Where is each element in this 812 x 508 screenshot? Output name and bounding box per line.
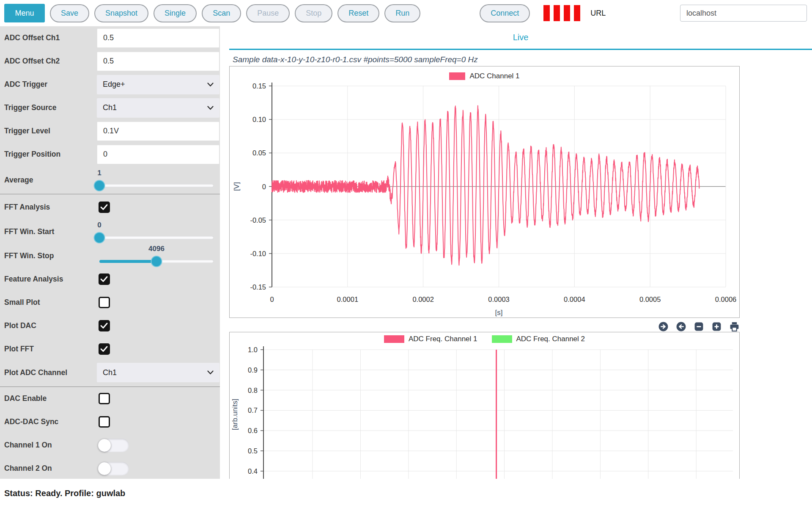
average-value: 1 bbox=[97, 169, 101, 177]
adc-trigger-select[interactable]: Edge+ bbox=[97, 75, 219, 94]
svg-text:0.6: 0.6 bbox=[248, 427, 258, 434]
adc-time-chart: ADC Channel 1 0.150.100.050-0.05-0.10-0.… bbox=[229, 66, 740, 318]
fft-analysis-label: FFT Analysis bbox=[4, 203, 50, 212]
adc-dac-sync-checkbox[interactable] bbox=[99, 416, 110, 428]
pause-button[interactable]: Pause bbox=[246, 4, 290, 22]
svg-text:1.0: 1.0 bbox=[248, 346, 258, 353]
plot-adc-channel-select[interactable]: Ch1 bbox=[97, 363, 219, 382]
fft-win-stop-slider[interactable]: 4096 bbox=[99, 245, 214, 267]
svg-text:0.9: 0.9 bbox=[248, 366, 258, 374]
menu-button[interactable]: Menu bbox=[4, 4, 45, 22]
check-icon bbox=[99, 320, 109, 331]
toggle-knob bbox=[98, 462, 111, 475]
legend-label: ADC Channel 1 bbox=[469, 72, 519, 80]
channel1-on-toggle[interactable] bbox=[98, 439, 129, 452]
print-icon[interactable] bbox=[729, 321, 740, 332]
svg-text:0.0004: 0.0004 bbox=[564, 295, 585, 303]
pan-left-icon[interactable] bbox=[676, 321, 686, 332]
status-bar: Status: Ready. Profile: guwlab bbox=[0, 479, 812, 508]
fft-win-start-slider[interactable]: 0 bbox=[99, 221, 214, 243]
reset-button[interactable]: Reset bbox=[337, 4, 379, 22]
scan-button[interactable]: Scan bbox=[202, 4, 241, 22]
legend-label: ADC Freq. Channel 2 bbox=[516, 335, 585, 343]
plot-fft-checkbox[interactable] bbox=[99, 343, 110, 355]
legend-swatch bbox=[449, 72, 465, 80]
plot-dac-label: Plot DAC bbox=[4, 321, 36, 330]
svg-text:0.10: 0.10 bbox=[252, 116, 266, 123]
settings-sidebar: ADC Offset Ch1 ADC Offset Ch2 ADC Trigge… bbox=[0, 26, 220, 479]
svg-text:0.15: 0.15 bbox=[252, 82, 266, 90]
slider-thumb[interactable] bbox=[151, 256, 162, 267]
svg-text:-0.15: -0.15 bbox=[250, 283, 266, 291]
svg-text:0.7: 0.7 bbox=[248, 406, 258, 414]
small-plot-checkbox[interactable] bbox=[99, 297, 110, 308]
connection-strength-icon bbox=[543, 5, 580, 21]
field-feature-analysis: Feature Analysis bbox=[0, 268, 220, 291]
stop-button[interactable]: Stop bbox=[295, 4, 332, 22]
field-fft-win-stop: FFT Win. Stop 4096 bbox=[0, 244, 220, 268]
slider-track[interactable] bbox=[99, 184, 214, 187]
trigger-source-label: Trigger Source bbox=[4, 103, 57, 112]
save-button[interactable]: Save bbox=[50, 4, 89, 22]
plot-dac-checkbox[interactable] bbox=[99, 320, 110, 331]
feature-analysis-checkbox[interactable] bbox=[99, 273, 110, 285]
svg-text:[s]: [s] bbox=[495, 309, 503, 317]
fft-win-stop-value: 4096 bbox=[148, 245, 165, 253]
adc-freq-plot[interactable]: 1.00.90.80.70.60.50.4[arb.units] bbox=[230, 332, 739, 479]
single-button[interactable]: Single bbox=[154, 4, 197, 22]
svg-text:[V]: [V] bbox=[233, 182, 241, 191]
field-channel1-on: Channel 1 On bbox=[0, 433, 220, 457]
svg-text:0.0005: 0.0005 bbox=[639, 295, 661, 303]
legend-entry: ADC Freq. Channel 2 bbox=[492, 335, 585, 343]
average-label: Average bbox=[4, 176, 33, 185]
toolbar: Menu Save Snapshot Single Scan Pause Sto… bbox=[0, 0, 812, 26]
svg-text:0.0002: 0.0002 bbox=[412, 295, 433, 303]
field-average: Average 1 bbox=[0, 166, 220, 194]
chart-legend: ADC Freq. Channel 1ADC Freq. Channel 2 bbox=[230, 335, 739, 343]
svg-text:0.8: 0.8 bbox=[248, 387, 258, 394]
adc-offset-ch1-input[interactable] bbox=[97, 28, 219, 48]
field-adc-dac-sync: ADC-DAC Sync bbox=[0, 410, 220, 433]
svg-text:-0.05: -0.05 bbox=[250, 216, 266, 224]
trigger-level-input[interactable] bbox=[97, 121, 219, 141]
url-input[interactable] bbox=[680, 5, 807, 22]
fft-win-start-value: 0 bbox=[97, 221, 101, 229]
legend-swatch bbox=[492, 335, 512, 343]
tab-live[interactable]: Live bbox=[513, 33, 529, 42]
trigger-position-input[interactable] bbox=[97, 145, 219, 164]
pan-right-icon[interactable] bbox=[658, 321, 669, 332]
check-icon bbox=[99, 202, 109, 212]
average-slider[interactable]: 1 bbox=[99, 169, 214, 191]
dac-enable-checkbox[interactable] bbox=[99, 393, 110, 404]
svg-text:0.05: 0.05 bbox=[252, 149, 266, 157]
zoom-in-icon[interactable] bbox=[711, 321, 722, 332]
svg-text:0.5: 0.5 bbox=[248, 447, 258, 455]
fft-win-start-label: FFT Win. Start bbox=[4, 227, 54, 236]
adc-trigger-value: Edge+ bbox=[103, 80, 125, 89]
adc-offset-ch2-input[interactable] bbox=[97, 52, 219, 71]
trigger-position-label: Trigger Position bbox=[4, 150, 60, 159]
field-trigger-level: Trigger Level bbox=[0, 119, 220, 143]
run-button[interactable]: Run bbox=[384, 4, 420, 22]
sample-info-text: Sample data-x-10-y-10-z10-r0-1.csv #poin… bbox=[233, 55, 478, 64]
field-trigger-source: Trigger Source Ch1 bbox=[0, 96, 220, 119]
trigger-source-select[interactable]: Ch1 bbox=[97, 98, 219, 118]
connect-button[interactable]: Connect bbox=[480, 4, 530, 22]
adc-time-plot[interactable]: 0.150.100.050-0.05-0.10-0.1500.00010.000… bbox=[230, 66, 739, 318]
svg-text:-0.10: -0.10 bbox=[250, 250, 266, 257]
field-adc-offset-ch1: ADC Offset Ch1 bbox=[0, 26, 220, 50]
slider-thumb[interactable] bbox=[94, 180, 105, 191]
fft-analysis-checkbox[interactable] bbox=[99, 202, 110, 213]
channel2-on-toggle[interactable] bbox=[98, 462, 129, 475]
channel2-on-label: Channel 2 On bbox=[4, 464, 52, 473]
check-icon bbox=[99, 274, 109, 284]
slider-fill bbox=[99, 260, 156, 263]
field-dac-enable: DAC Enable bbox=[0, 387, 220, 410]
main-content: Live Sample data-x-10-y-10-z10-r0-1.csv … bbox=[220, 26, 812, 479]
slider-track[interactable] bbox=[99, 236, 214, 239]
field-small-plot: Small Plot bbox=[0, 291, 220, 314]
slider-thumb[interactable] bbox=[94, 232, 105, 243]
snapshot-button[interactable]: Snapshot bbox=[94, 4, 148, 22]
field-trigger-position: Trigger Position bbox=[0, 143, 220, 166]
zoom-out-icon[interactable] bbox=[694, 321, 704, 332]
